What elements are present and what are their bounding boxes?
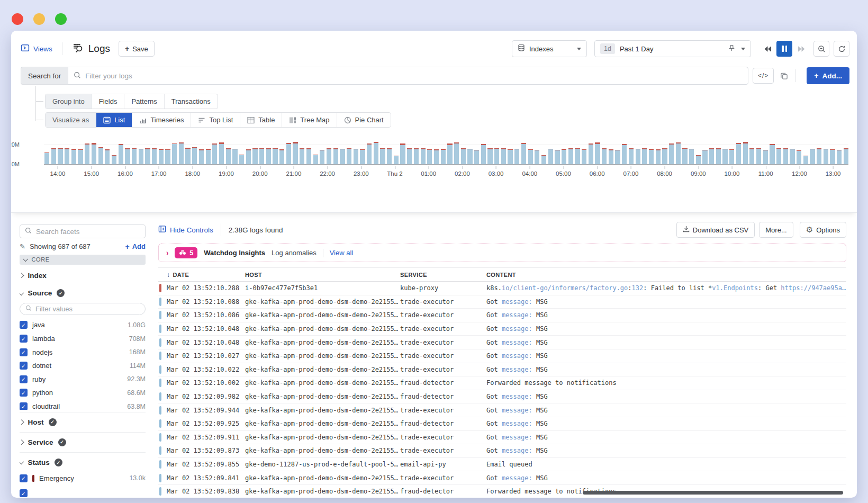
histogram-bar[interactable]: [387, 148, 392, 165]
histogram-bar[interactable]: [333, 148, 338, 165]
histogram-bar[interactable]: [300, 148, 304, 165]
histogram-bar[interactable]: [139, 149, 143, 165]
histogram-bar[interactable]: [474, 150, 479, 165]
histogram-bar[interactable]: [729, 149, 734, 165]
histogram-bar[interactable]: [589, 143, 593, 165]
histogram-bar[interactable]: [676, 142, 681, 165]
log-row[interactable]: Mar 02 13:52:09.855gke-demo-11287-us-pro…: [158, 458, 846, 472]
zoom-out-button[interactable]: [813, 41, 829, 57]
facet-value-python[interactable]: ✓python68.6M: [20, 386, 146, 400]
fast-forward-icon[interactable]: [793, 41, 809, 57]
histogram-bar[interactable]: [92, 143, 96, 165]
visualize-tab-timeseries[interactable]: Timeseries: [132, 113, 191, 127]
histogram-bar[interactable]: [689, 149, 694, 165]
facet-group-index[interactable]: Index: [20, 267, 146, 285]
histogram-bar[interactable]: [400, 143, 405, 165]
group-into-tab-fields[interactable]: Fields: [92, 94, 125, 109]
log-row[interactable]: Mar 02 13:52:10.022gke-kafka-apm-prod-de…: [158, 363, 846, 377]
log-row[interactable]: Mar 02 13:52:09.944gke-kafka-apm-prod-de…: [158, 403, 846, 417]
histogram-bar[interactable]: [568, 148, 573, 165]
log-row[interactable]: Mar 02 13:52:10.048gke-kafka-apm-prod-de…: [158, 322, 846, 336]
group-into-tab-transactions[interactable]: Transactions: [165, 94, 218, 109]
hide-controls-button[interactable]: Hide Controls: [158, 225, 213, 235]
histogram-bar[interactable]: [615, 150, 620, 165]
time-range-picker[interactable]: 1d Past 1 Day: [594, 40, 751, 57]
histogram-bar[interactable]: [636, 149, 640, 165]
histogram-bar[interactable]: [602, 148, 607, 165]
histogram-bar[interactable]: [548, 149, 553, 165]
histogram-bar[interactable]: [313, 155, 318, 165]
histogram-bar[interactable]: [656, 149, 661, 165]
histogram-bar[interactable]: [461, 148, 466, 165]
histogram-bar[interactable]: [844, 148, 848, 165]
options-button[interactable]: ⚙ Options: [800, 222, 846, 238]
histogram-bar[interactable]: [434, 149, 439, 165]
facet-group-host[interactable]: Host ✓: [20, 415, 146, 430]
histogram-bar[interactable]: [555, 150, 559, 165]
log-row[interactable]: Mar 02 13:52:10.027gke-kafka-apm-prod-de…: [158, 349, 846, 363]
histogram-bar[interactable]: [662, 148, 667, 165]
histogram-bar[interactable]: [286, 143, 291, 165]
histogram-bar[interactable]: [199, 149, 204, 165]
facet-group-service[interactable]: Service ✓: [20, 435, 146, 450]
histogram-bar[interactable]: [239, 155, 244, 165]
histogram-bar[interactable]: [837, 150, 842, 165]
column-header-host[interactable]: HOST: [245, 272, 400, 278]
histogram-bar[interactable]: [71, 149, 76, 165]
histogram-bar[interactable]: [702, 150, 707, 165]
facet-value-lambda[interactable]: ✓lambda708M: [20, 332, 146, 346]
histogram-bar[interactable]: [132, 148, 137, 165]
histogram-bar[interactable]: [817, 148, 821, 165]
log-row[interactable]: Mar 02 13:52:10.088gke-kafka-apm-prod-de…: [158, 295, 846, 309]
log-row[interactable]: Mar 02 13:52:09.982gke-kafka-apm-prod-de…: [158, 390, 846, 404]
checkbox-checked-icon[interactable]: ✓: [20, 321, 28, 329]
histogram-bar[interactable]: [219, 142, 224, 165]
histogram-bar[interactable]: [306, 148, 311, 165]
view-all-link[interactable]: View all: [330, 249, 354, 257]
histogram-bar[interactable]: [622, 144, 627, 165]
histogram-bar[interactable]: [159, 149, 164, 165]
histogram-bar[interactable]: [78, 149, 83, 165]
histogram-bar[interactable]: [810, 149, 815, 165]
pin-icon[interactable]: [728, 44, 735, 53]
histogram-bar[interactable]: [696, 155, 701, 165]
add-button[interactable]: + Add...: [807, 67, 849, 84]
histogram-bar[interactable]: [722, 149, 727, 165]
maximize-window-icon[interactable]: [55, 13, 67, 25]
log-row[interactable]: Mar 02 13:52:10.002gke-kafka-apm-prod-de…: [158, 376, 846, 390]
histogram-bar[interactable]: [179, 142, 184, 165]
rewind-icon[interactable]: [760, 41, 775, 57]
histogram-bar[interactable]: [327, 148, 331, 165]
histogram-bar[interactable]: [467, 149, 472, 165]
histogram-bar[interactable]: [105, 149, 110, 165]
checkbox-checked-icon[interactable]: ✓: [20, 348, 28, 356]
histogram-bars[interactable]: [44, 138, 848, 165]
histogram-bar[interactable]: [112, 155, 116, 165]
histogram-bar[interactable]: [541, 155, 546, 165]
checkbox-checked-icon[interactable]: ✓: [20, 489, 28, 497]
histogram-bar[interactable]: [266, 148, 271, 165]
histogram-bar[interactable]: [65, 148, 69, 165]
column-header-date[interactable]: ↓DATE: [167, 271, 245, 279]
histogram-bar[interactable]: [152, 148, 157, 165]
expand-chevron-icon[interactable]: ›: [166, 248, 168, 258]
histogram-bar[interactable]: [487, 148, 492, 165]
histogram-bar[interactable]: [273, 148, 277, 165]
checkbox-checked-icon[interactable]: ✓: [20, 362, 28, 370]
facet-value-java[interactable]: ✓java1.08G: [20, 318, 146, 332]
log-row[interactable]: Mar 02 13:52:09.925gke-kafka-apm-prod-de…: [158, 417, 846, 431]
search-facets-input[interactable]: Search facets: [20, 224, 146, 238]
histogram-bar[interactable]: [669, 143, 674, 165]
histogram-bar[interactable]: [427, 149, 432, 165]
visualize-tab-table[interactable]: Table: [240, 113, 282, 127]
histogram-bar[interactable]: [770, 144, 774, 165]
histogram-bar[interactable]: [421, 148, 426, 165]
histogram-bar[interactable]: [609, 149, 613, 165]
histogram-bar[interactable]: [206, 149, 211, 165]
histogram-bar[interactable]: [172, 143, 177, 165]
histogram-bar[interactable]: [709, 148, 714, 165]
query-syntax-button[interactable]: </>: [753, 68, 774, 84]
facet-group-source[interactable]: Source ✓: [20, 285, 146, 302]
column-header-content[interactable]: CONTENT: [486, 272, 846, 278]
histogram-bar[interactable]: [562, 149, 566, 165]
